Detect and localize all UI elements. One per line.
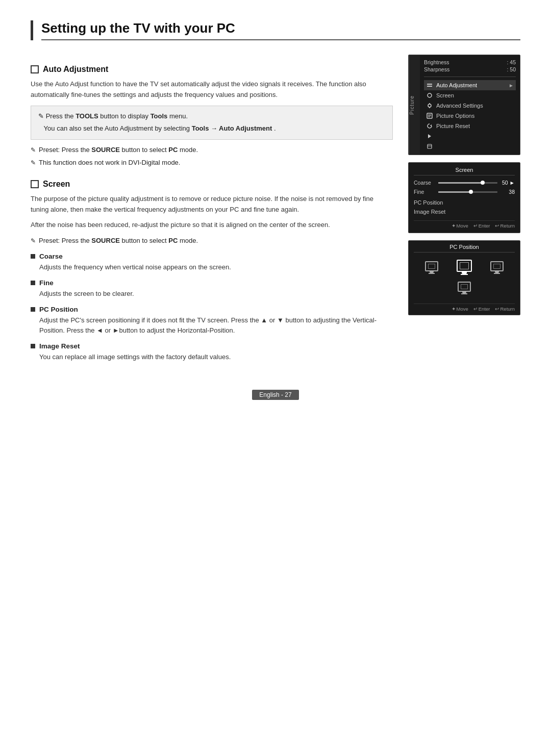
brightness-label: Brightness <box>424 59 449 65</box>
note-box-icon: ✎ <box>38 112 44 120</box>
screen-panel-content: Screen Coarse 50 ► Fine <box>409 163 520 233</box>
screen-body1: The purpose of the picture quality adjus… <box>31 194 393 215</box>
pc-position-body: Adjust the PC's screen positioning if it… <box>31 315 393 337</box>
menu-item-picture-reset[interactable]: Picture Reset <box>424 121 516 131</box>
fine-slider-value: 38 <box>500 189 515 195</box>
screen-body2: After the noise has been reduced, re-adj… <box>31 220 393 231</box>
pc-enter-icon: ↵ <box>473 306 478 312</box>
note-item-2: ✎ This function does not work in DVI-Dig… <box>31 158 393 168</box>
screen-note-item: ✎ Preset: Press the SOURCE button to sel… <box>31 236 393 246</box>
menu-icon-picture-options <box>426 112 433 119</box>
coarse-black-square <box>31 254 35 259</box>
picture-menu-top: Brightness : 45 Sharpness : 50 <box>424 59 516 77</box>
note-box-line2: You can also set the Auto Adjustment by … <box>38 123 385 134</box>
screen-note-sym: ✎ <box>31 236 36 246</box>
svg-marker-11 <box>428 134 431 138</box>
pc-pos-center <box>449 259 479 276</box>
coarse-slider-label: Coarse <box>414 180 435 186</box>
image-reset-body: You can replace all image settings with … <box>31 352 393 363</box>
screen-title: Screen <box>43 180 70 189</box>
page-footer: English - 27 <box>31 385 520 398</box>
note-tools-arrow-bold: Tools → Auto Adjustment <box>192 124 272 132</box>
auto-adjustment-heading: Auto Adjustment <box>31 65 393 74</box>
brightness-row: Brightness : 45 <box>424 59 516 65</box>
auto-adjustment-note-box: ✎ Press the TOOLS button to display Tool… <box>31 106 393 140</box>
coarse-slider-fill <box>438 182 483 184</box>
fine-black-square <box>31 281 35 285</box>
image-reset-menu-item[interactable]: Image Reset <box>414 207 515 216</box>
screen-panel-title: Screen <box>414 167 515 175</box>
menu-item-picture-reset-label: Picture Reset <box>436 123 470 129</box>
pc-move-icon: ✦ <box>452 306 456 312</box>
pc-return-icon: ↩ <box>495 306 499 312</box>
menu-item-advanced-label: Advanced Settings <box>436 103 483 109</box>
coarse-slider-track[interactable] <box>438 182 497 184</box>
move-icon: ✦ <box>452 223 456 229</box>
menu-icon-extra1 <box>426 133 433 140</box>
svg-rect-1 <box>427 86 432 87</box>
sharpness-row: Sharpness : 50 <box>424 66 516 72</box>
enter-icon: ↵ <box>473 223 478 229</box>
brightness-value: : 45 <box>507 59 516 65</box>
note-sym-2: ✎ <box>31 158 36 168</box>
picture-menu-panel: Picture Brightness : 45 Sharpness : 50 <box>408 55 520 155</box>
picture-menu-items: Auto Adjustment ► Screen <box>424 80 516 152</box>
menu-icon-auto <box>426 82 433 89</box>
fine-slider-row[interactable]: Fine 38 <box>414 189 515 195</box>
coarse-body: Adjusts the frequency when vertical nois… <box>31 262 393 273</box>
page-number-badge: English - 27 <box>252 390 298 400</box>
svg-marker-10 <box>430 124 432 127</box>
fine-subsection: Fine Adjusts the screen to be clearer. <box>31 279 393 299</box>
pc-pos-right <box>482 259 512 276</box>
left-content: Auto Adjustment Use the Auto Adjust func… <box>31 55 393 365</box>
pc-nav-enter: ↵ Enter <box>473 306 490 312</box>
menu-item-screen[interactable]: Screen <box>424 90 516 100</box>
pc-pos-bottom-right <box>482 279 512 296</box>
pc-pos-left <box>417 259 446 276</box>
svg-point-3 <box>428 104 431 107</box>
menu-item-auto-adjustment[interactable]: Auto Adjustment ► <box>424 80 516 90</box>
note-item-1: ✎ Preset: Press the SOURCE button to sel… <box>31 145 393 156</box>
coarse-title-row: Coarse <box>31 253 393 260</box>
coarse-slider-thumb <box>481 181 485 185</box>
fine-title: Fine <box>39 279 54 287</box>
menu-item-screen-label: Screen <box>436 92 454 98</box>
menu-item-auto-label: Auto Adjustment <box>436 82 477 88</box>
screen-tv-panel: Screen Coarse 50 ► Fine <box>408 162 520 233</box>
return-icon: ↩ <box>495 223 499 229</box>
picture-menu-content: Brightness : 45 Sharpness : 50 <box>420 55 520 155</box>
pc-position-grid <box>414 256 515 299</box>
note-box-line1: ✎ Press the TOOLS button to display Tool… <box>38 111 385 122</box>
menu-item-extra1 <box>424 131 516 141</box>
note-sym-1: ✎ <box>31 145 36 155</box>
coarse-slider-row[interactable]: Coarse 50 ► <box>414 180 515 186</box>
menu-icon-extra2 <box>426 143 433 150</box>
menu-item-picture-options[interactable]: Picture Options <box>424 111 516 121</box>
picture-sidebar-label: Picture <box>409 95 415 114</box>
auto-adjustment-title: Auto Adjustment <box>43 65 108 74</box>
fine-body: Adjusts the screen to be clearer. <box>31 289 393 299</box>
svg-point-2 <box>428 93 432 97</box>
sharpness-value: : 50 <box>507 66 516 72</box>
pc-position-menu-item[interactable]: PC Position <box>414 198 515 207</box>
right-panels: Picture Brightness : 45 Sharpness : 50 <box>408 55 520 365</box>
coarse-title: Coarse <box>39 253 63 260</box>
fine-slider-label: Fine <box>414 189 435 195</box>
fine-slider-fill <box>438 191 471 193</box>
fine-slider-track[interactable] <box>438 191 497 193</box>
note-tools-menu-bold: Tools <box>151 112 168 120</box>
menu-arrow-auto: ► <box>509 83 514 88</box>
note-item-2-text: This function does not work in DVI-Digit… <box>39 158 180 168</box>
menu-item-extra2 <box>424 141 516 152</box>
main-layout: Auto Adjustment Use the Auto Adjust func… <box>31 55 520 365</box>
pc-position-nav: ✦ Move ↵ Enter ↩ Return <box>414 304 515 312</box>
picture-menu-sidebar: Picture <box>409 55 420 155</box>
note-tools-bold: TOOLS <box>76 112 98 120</box>
screen-heading: Screen <box>31 180 393 189</box>
page-title-section: Setting up the TV with your PC <box>31 20 520 40</box>
screen-checkbox-icon <box>31 180 39 188</box>
pc-position-title-row: PC Position <box>31 306 393 313</box>
image-reset-subsection: Image Reset You can replace all image se… <box>31 342 393 363</box>
menu-item-advanced[interactable]: Advanced Settings <box>424 100 516 111</box>
pc-nav-move: ✦ Move <box>452 306 468 312</box>
